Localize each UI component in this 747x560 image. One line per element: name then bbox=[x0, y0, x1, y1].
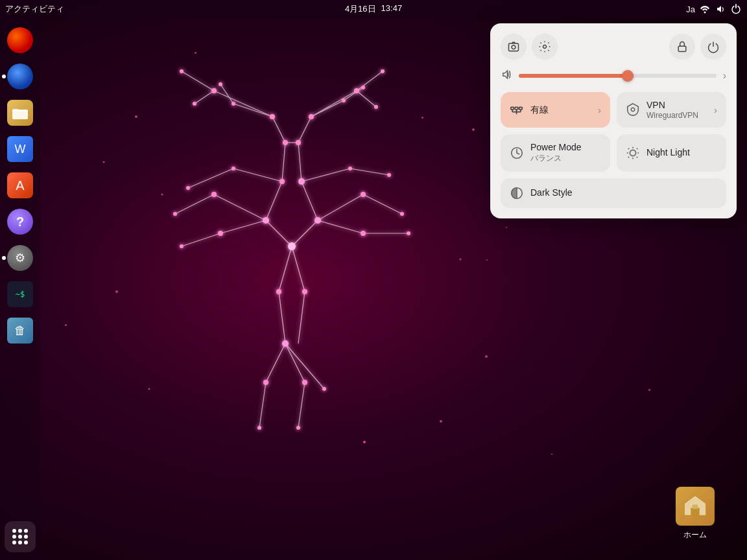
night-light-toggle[interactable]: Night Light bbox=[617, 134, 726, 172]
sidebar-item-trash[interactable]: 🗑 bbox=[5, 315, 36, 346]
svg-point-50 bbox=[342, 99, 346, 102]
lock-button[interactable] bbox=[669, 34, 695, 60]
dark-style-toggle[interactable]: Dark Style bbox=[501, 178, 726, 208]
svg-line-38 bbox=[259, 382, 266, 428]
power-mode-sublabel: バランス bbox=[530, 153, 601, 164]
sidebar-item-settings[interactable]: ⚙ bbox=[5, 242, 36, 274]
svg-point-67 bbox=[361, 231, 366, 236]
sidebar-item-appstore[interactable]: A bbox=[5, 170, 36, 201]
vpn-toggle[interactable]: VPN WireguardVPN › bbox=[617, 92, 726, 128]
svg-line-22 bbox=[182, 233, 220, 246]
dark-style-text: Dark Style bbox=[530, 187, 717, 198]
svg-line-34 bbox=[298, 292, 305, 344]
svg-line-0 bbox=[214, 91, 272, 117]
svg-line-6 bbox=[357, 71, 383, 91]
volume-tray-icon[interactable] bbox=[715, 3, 726, 15]
network-tray-icon[interactable] bbox=[699, 3, 711, 15]
sidebar-item-thunderbird[interactable] bbox=[5, 61, 36, 92]
topbar: アクティビティ 4月16日 13:47 Ja bbox=[0, 0, 747, 18]
svg-point-60 bbox=[173, 212, 177, 216]
power-mode-toggle[interactable]: Power Mode バランス bbox=[501, 134, 610, 172]
svg-point-59 bbox=[211, 192, 217, 197]
svg-line-15 bbox=[266, 181, 282, 220]
svg-point-49 bbox=[374, 105, 378, 109]
svg-point-65 bbox=[361, 192, 366, 197]
topbar-datetime: 4月16日 13:47 bbox=[345, 3, 402, 15]
home-folder-icon bbox=[676, 487, 715, 526]
svg-rect-115 bbox=[691, 508, 699, 516]
svg-point-62 bbox=[180, 244, 184, 248]
svg-line-10 bbox=[272, 117, 285, 143]
svg-rect-91 bbox=[509, 43, 519, 51]
svg-point-48 bbox=[381, 69, 385, 73]
svg-point-56 bbox=[263, 217, 269, 224]
svg-line-26 bbox=[363, 194, 402, 214]
svg-point-58 bbox=[288, 242, 296, 250]
toggle-grid: 有線 › VPN WireguardVPN › bbox=[501, 92, 726, 172]
svg-point-47 bbox=[354, 88, 359, 93]
svg-point-81 bbox=[115, 290, 118, 293]
panel-settings-button[interactable] bbox=[532, 34, 558, 60]
svg-point-93 bbox=[543, 45, 547, 49]
topbar-system-tray: Ja bbox=[686, 3, 742, 15]
svg-line-16 bbox=[302, 181, 318, 220]
svg-line-31 bbox=[279, 246, 292, 292]
power-tray-icon[interactable] bbox=[730, 3, 742, 15]
activities-button[interactable]: アクティビティ bbox=[5, 3, 64, 15]
svg-line-39 bbox=[298, 382, 305, 428]
settings-active-dot bbox=[2, 256, 6, 260]
svg-line-17 bbox=[266, 220, 292, 246]
sidebar-item-files[interactable] bbox=[5, 97, 36, 128]
volume-row: › bbox=[501, 69, 726, 83]
dark-style-icon bbox=[510, 186, 524, 200]
volume-slider[interactable] bbox=[519, 74, 717, 78]
svg-line-113 bbox=[637, 148, 637, 149]
svg-point-40 bbox=[270, 114, 275, 119]
svg-line-29 bbox=[302, 169, 350, 181]
svg-point-89 bbox=[704, 12, 706, 14]
volume-chevron[interactable]: › bbox=[723, 70, 726, 82]
thunderbird-active-dot bbox=[2, 75, 6, 78]
svg-point-46 bbox=[219, 82, 222, 86]
svg-point-80 bbox=[161, 194, 163, 196]
vpn-sublabel: WireguardVPN bbox=[646, 111, 707, 120]
grid-dots-icon bbox=[12, 529, 28, 544]
svg-rect-97 bbox=[519, 108, 523, 110]
svg-point-84 bbox=[485, 355, 488, 358]
svg-point-70 bbox=[387, 173, 391, 177]
svg-point-83 bbox=[460, 259, 462, 261]
svg-line-35 bbox=[266, 344, 285, 382]
svg-point-79 bbox=[135, 115, 137, 118]
volume-thumb bbox=[622, 70, 634, 82]
svg-point-92 bbox=[512, 45, 516, 49]
sidebar-item-terminal[interactable]: ~$ bbox=[5, 279, 36, 310]
svg-line-11 bbox=[298, 117, 311, 143]
svg-line-25 bbox=[318, 194, 363, 220]
svg-line-4 bbox=[220, 84, 233, 104]
svg-point-57 bbox=[314, 217, 321, 224]
svg-point-43 bbox=[180, 69, 184, 73]
svg-point-82 bbox=[472, 128, 475, 131]
sidebar-item-firefox[interactable] bbox=[5, 25, 36, 56]
screenshot-button[interactable] bbox=[501, 34, 527, 60]
svg-line-14 bbox=[298, 143, 302, 181]
wired-text: 有線 bbox=[530, 104, 591, 115]
wired-label: 有線 bbox=[530, 104, 591, 115]
sidebar-item-writer[interactable]: W bbox=[5, 134, 36, 165]
svg-point-85 bbox=[148, 388, 150, 390]
app-grid-button[interactable] bbox=[5, 521, 36, 552]
power-button[interactable] bbox=[700, 34, 726, 60]
svg-point-76 bbox=[322, 387, 326, 391]
svg-line-108 bbox=[628, 148, 629, 149]
sidebar-item-help[interactable]: ? bbox=[5, 206, 36, 237]
vpn-label: VPN bbox=[646, 100, 707, 111]
constellation-art bbox=[84, 65, 512, 480]
wired-toggle[interactable]: 有線 › bbox=[501, 92, 610, 128]
svg-point-42 bbox=[211, 88, 217, 93]
home-folder-desktop[interactable]: ホーム bbox=[676, 487, 715, 541]
svg-point-78 bbox=[296, 426, 300, 430]
svg-line-20 bbox=[175, 194, 214, 214]
svg-line-1 bbox=[182, 71, 214, 91]
svg-line-19 bbox=[214, 194, 266, 220]
topbar-lang[interactable]: Ja bbox=[686, 5, 695, 14]
